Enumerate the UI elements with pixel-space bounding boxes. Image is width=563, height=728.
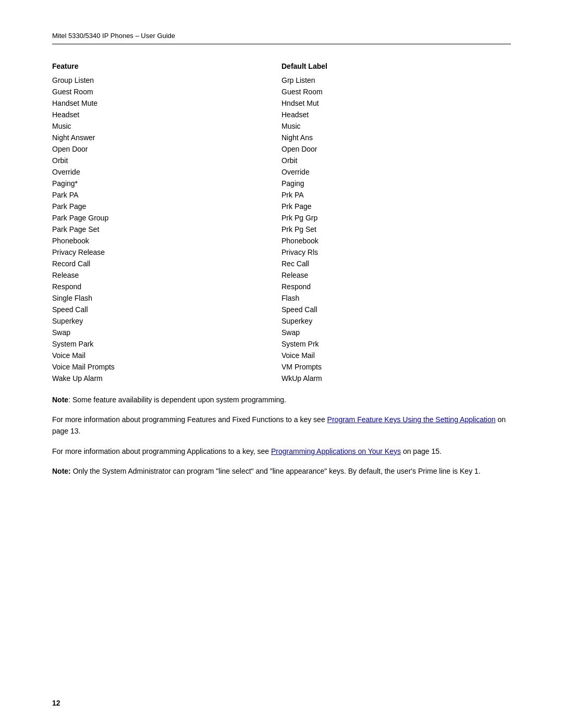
- label-cell: Rec Call: [282, 258, 511, 269]
- table-row: ReleaseRelease: [52, 269, 511, 281]
- table-row: Wake Up AlarmWkUp Alarm: [52, 373, 511, 384]
- label-cell: Prk PA: [282, 189, 511, 201]
- table-row: System ParkSystem Prk: [52, 338, 511, 350]
- table-row: PhonebookPhonebook: [52, 235, 511, 246]
- note1-text: : Some feature availability is dependent…: [68, 396, 286, 404]
- para2-suffix: on page 15.: [401, 447, 442, 455]
- feature-cell: Park Page Group: [52, 212, 282, 224]
- table-row: Open DoorOpen Door: [52, 143, 511, 155]
- paragraph1: For more information about programming F…: [52, 414, 511, 437]
- para2-text: For more information about programming A…: [52, 447, 271, 455]
- feature-cell: Open Door: [52, 143, 282, 155]
- header-title: Mitel 5330/5340 IP Phones – User Guide: [52, 32, 175, 40]
- table-row: Park PAPrk PA: [52, 189, 511, 201]
- label-cell: Guest Room: [282, 86, 511, 97]
- feature-cell: Park PA: [52, 189, 282, 201]
- para2-link[interactable]: Programming Applications on Your Keys: [271, 447, 401, 455]
- note2-section: Note: Only the System Administrator can …: [52, 465, 511, 477]
- table-row: Voice Mail PromptsVM Prompts: [52, 361, 511, 373]
- feature-cell: Park Page: [52, 201, 282, 212]
- label-cell: VM Prompts: [282, 361, 511, 373]
- label-cell: Grp Listen: [282, 75, 511, 86]
- table-row: Single FlashFlash: [52, 292, 511, 304]
- note2-bold: Note:: [52, 467, 71, 475]
- table-row: Park Page SetPrk Pg Set: [52, 224, 511, 235]
- feature-cell: Orbit: [52, 155, 282, 166]
- table-row: RespondRespond: [52, 281, 511, 292]
- para1-text: For more information about programming F…: [52, 415, 327, 424]
- label-cell: Prk Pg Set: [282, 224, 511, 235]
- table-row: OrbitOrbit: [52, 155, 511, 166]
- feature-cell: Group Listen: [52, 75, 282, 86]
- feature-cell: Voice Mail: [52, 350, 282, 361]
- page: Mitel 5330/5340 IP Phones – User Guide F…: [0, 0, 563, 728]
- label-cell: WkUp Alarm: [282, 373, 511, 384]
- feature-cell: Park Page Set: [52, 224, 282, 235]
- table-row: OverrideOverride: [52, 166, 511, 178]
- table-row: HeadsetHeadset: [52, 109, 511, 120]
- table-body: Group ListenGrp ListenGuest RoomGuest Ro…: [52, 75, 511, 384]
- label-cell: Prk Page: [282, 201, 511, 212]
- table-row: SuperkeySuperkey: [52, 315, 511, 327]
- label-cell: Paging: [282, 178, 511, 189]
- table-row: Privacy ReleasePrivacy Rls: [52, 246, 511, 258]
- feature-cell: Night Answer: [52, 132, 282, 143]
- feature-cell: Superkey: [52, 315, 282, 327]
- feature-table-container: Feature Default Label Group ListenGrp Li…: [52, 60, 511, 384]
- feature-cell: Paging*: [52, 178, 282, 189]
- label-cell: Override: [282, 166, 511, 178]
- label-cell: System Prk: [282, 338, 511, 350]
- feature-cell: Phonebook: [52, 235, 282, 246]
- feature-cell: Speed Call: [52, 304, 282, 315]
- feature-cell: Music: [52, 120, 282, 132]
- feature-cell: Record Call: [52, 258, 282, 269]
- label-cell: Orbit: [282, 155, 511, 166]
- feature-cell: Single Flash: [52, 292, 282, 304]
- label-cell: Hndset Mut: [282, 97, 511, 109]
- label-cell: Flash: [282, 292, 511, 304]
- label-cell: Music: [282, 120, 511, 132]
- feature-cell: Respond: [52, 281, 282, 292]
- feature-cell: Release: [52, 269, 282, 281]
- feature-cell: Wake Up Alarm: [52, 373, 282, 384]
- table-row: Park PagePrk Page: [52, 201, 511, 212]
- feature-cell: Guest Room: [52, 86, 282, 97]
- table-row: Record CallRec Call: [52, 258, 511, 269]
- table-row: Voice MailVoice Mail: [52, 350, 511, 361]
- label-cell: Headset: [282, 109, 511, 120]
- table-row: MusicMusic: [52, 120, 511, 132]
- table-row: Handset MuteHndset Mut: [52, 97, 511, 109]
- label-cell: Phonebook: [282, 235, 511, 246]
- feature-cell: Swap: [52, 327, 282, 338]
- label-cell: Swap: [282, 327, 511, 338]
- label-cell: Voice Mail: [282, 350, 511, 361]
- feature-cell: Voice Mail Prompts: [52, 361, 282, 373]
- feature-cell: Privacy Release: [52, 246, 282, 258]
- table-row: Park Page GroupPrk Pg Grp: [52, 212, 511, 224]
- table-row: Guest RoomGuest Room: [52, 86, 511, 97]
- table-row: Night AnswerNight Ans: [52, 132, 511, 143]
- feature-cell: Headset: [52, 109, 282, 120]
- feature-cell: Override: [52, 166, 282, 178]
- feature-cell: System Park: [52, 338, 282, 350]
- para1-link[interactable]: Program Feature Keys Using the Setting A…: [327, 415, 496, 424]
- paragraph2: For more information about programming A…: [52, 446, 511, 457]
- table-row: Group ListenGrp Listen: [52, 75, 511, 86]
- label-cell: Respond: [282, 281, 511, 292]
- table-header-row: Feature Default Label: [52, 60, 511, 75]
- col-feature-header: Feature: [52, 60, 282, 75]
- note1-bold: Note: [52, 396, 68, 404]
- label-cell: Night Ans: [282, 132, 511, 143]
- feature-cell: Handset Mute: [52, 97, 282, 109]
- page-header: Mitel 5330/5340 IP Phones – User Guide: [52, 31, 511, 44]
- feature-table: Feature Default Label Group ListenGrp Li…: [52, 60, 511, 384]
- col-label-header: Default Label: [282, 60, 511, 75]
- label-cell: Superkey: [282, 315, 511, 327]
- page-number: 12: [52, 699, 60, 707]
- label-cell: Speed Call: [282, 304, 511, 315]
- main-content: Feature Default Label Group ListenGrp Li…: [52, 60, 511, 477]
- label-cell: Prk Pg Grp: [282, 212, 511, 224]
- label-cell: Open Door: [282, 143, 511, 155]
- note2-text: Only the System Administrator can progra…: [71, 467, 481, 475]
- note1-section: Note: Some feature availability is depen…: [52, 394, 511, 405]
